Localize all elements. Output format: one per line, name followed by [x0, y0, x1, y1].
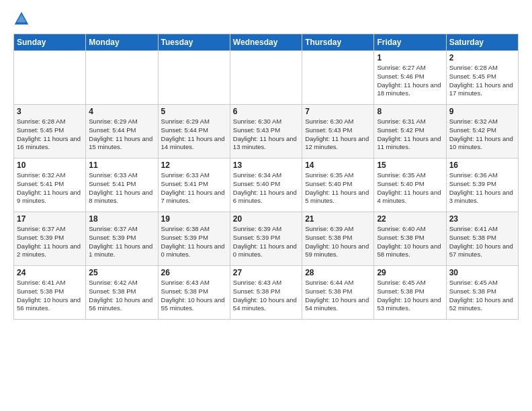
day-number: 23: [449, 214, 515, 224]
day-info: Sunrise: 6:31 AM Sunset: 5:42 PM Dayligh…: [377, 118, 443, 152]
day-info: Sunrise: 6:37 AM Sunset: 5:39 PM Dayligh…: [89, 225, 154, 259]
calendar-cell: 18Sunrise: 6:37 AM Sunset: 5:39 PM Dayli…: [86, 212, 158, 266]
day-number: 22: [377, 214, 443, 224]
day-number: 3: [17, 107, 83, 116]
day-info: Sunrise: 6:30 AM Sunset: 5:43 PM Dayligh…: [305, 118, 371, 152]
day-info: Sunrise: 6:38 AM Sunset: 5:39 PM Dayligh…: [161, 225, 227, 259]
calendar-cell: 6Sunrise: 6:30 AM Sunset: 5:43 PM Daylig…: [230, 105, 302, 158]
calendar-cell: 3Sunrise: 6:28 AM Sunset: 5:45 PM Daylig…: [14, 105, 86, 158]
calendar-cell: 14Sunrise: 6:35 AM Sunset: 5:40 PM Dayli…: [302, 158, 374, 212]
day-info: Sunrise: 6:39 AM Sunset: 5:38 PM Dayligh…: [305, 225, 371, 259]
calendar-cell: 21Sunrise: 6:39 AM Sunset: 5:38 PM Dayli…: [302, 212, 374, 266]
calendar-cell: 19Sunrise: 6:38 AM Sunset: 5:39 PM Dayli…: [158, 212, 230, 266]
weekday-header-thursday: Thursday: [302, 34, 374, 51]
calendar-cell: 30Sunrise: 6:45 AM Sunset: 5:38 PM Dayli…: [446, 266, 518, 320]
weekday-header-monday: Monday: [86, 34, 158, 51]
logo: [13, 11, 32, 27]
day-number: 15: [377, 161, 443, 170]
calendar-cell: 26Sunrise: 6:43 AM Sunset: 5:38 PM Dayli…: [158, 266, 230, 320]
day-number: 14: [305, 161, 371, 170]
calendar-cell: 7Sunrise: 6:30 AM Sunset: 5:43 PM Daylig…: [302, 105, 374, 158]
calendar-cell: 5Sunrise: 6:29 AM Sunset: 5:44 PM Daylig…: [158, 105, 230, 158]
day-number: 2: [449, 53, 515, 62]
calendar-cell: 10Sunrise: 6:32 AM Sunset: 5:41 PM Dayli…: [14, 158, 86, 212]
calendar-cell: 11Sunrise: 6:33 AM Sunset: 5:41 PM Dayli…: [86, 158, 158, 212]
day-info: Sunrise: 6:34 AM Sunset: 5:40 PM Dayligh…: [233, 171, 299, 205]
day-number: 8: [377, 107, 443, 116]
day-number: 13: [233, 161, 299, 170]
logo-icon: [13, 11, 30, 27]
calendar-cell: 15Sunrise: 6:35 AM Sunset: 5:40 PM Dayli…: [374, 158, 446, 212]
day-info: Sunrise: 6:33 AM Sunset: 5:41 PM Dayligh…: [89, 171, 154, 205]
day-number: 9: [449, 107, 515, 116]
day-info: Sunrise: 6:43 AM Sunset: 5:38 PM Dayligh…: [233, 279, 299, 313]
day-number: 7: [305, 107, 371, 116]
calendar-cell: 27Sunrise: 6:43 AM Sunset: 5:38 PM Dayli…: [230, 266, 302, 320]
day-info: Sunrise: 6:29 AM Sunset: 5:44 PM Dayligh…: [89, 118, 154, 152]
day-number: 18: [89, 214, 154, 224]
weekday-header-wednesday: Wednesday: [230, 34, 302, 51]
weekday-header-sunday: Sunday: [14, 34, 86, 51]
day-info: Sunrise: 6:43 AM Sunset: 5:38 PM Dayligh…: [161, 279, 227, 313]
day-number: 11: [89, 161, 154, 170]
day-info: Sunrise: 6:28 AM Sunset: 5:45 PM Dayligh…: [449, 64, 515, 98]
calendar-body: 1Sunrise: 6:27 AM Sunset: 5:46 PM Daylig…: [14, 51, 519, 320]
day-number: 29: [377, 268, 443, 277]
day-info: Sunrise: 6:29 AM Sunset: 5:44 PM Dayligh…: [161, 118, 227, 152]
calendar-cell: 16Sunrise: 6:36 AM Sunset: 5:39 PM Dayli…: [446, 158, 518, 212]
day-number: 10: [17, 161, 83, 170]
calendar-cell: 4Sunrise: 6:29 AM Sunset: 5:44 PM Daylig…: [86, 105, 158, 158]
calendar-cell: 1Sunrise: 6:27 AM Sunset: 5:46 PM Daylig…: [374, 51, 446, 105]
day-info: Sunrise: 6:39 AM Sunset: 5:39 PM Dayligh…: [233, 225, 299, 259]
day-number: 16: [449, 161, 515, 170]
day-info: Sunrise: 6:41 AM Sunset: 5:38 PM Dayligh…: [17, 279, 83, 313]
calendar-cell: 9Sunrise: 6:32 AM Sunset: 5:42 PM Daylig…: [446, 105, 518, 158]
day-info: Sunrise: 6:42 AM Sunset: 5:38 PM Dayligh…: [89, 279, 154, 313]
weekday-header-friday: Friday: [374, 34, 446, 51]
day-info: Sunrise: 6:44 AM Sunset: 5:38 PM Dayligh…: [305, 279, 371, 313]
day-number: 30: [449, 268, 515, 277]
day-number: 26: [161, 268, 227, 277]
calendar-cell: 24Sunrise: 6:41 AM Sunset: 5:38 PM Dayli…: [14, 266, 86, 320]
calendar-cell: 13Sunrise: 6:34 AM Sunset: 5:40 PM Dayli…: [230, 158, 302, 212]
calendar-cell: 17Sunrise: 6:37 AM Sunset: 5:39 PM Dayli…: [14, 212, 86, 266]
day-number: 24: [17, 268, 83, 277]
calendar-cell: [230, 51, 302, 105]
day-info: Sunrise: 6:28 AM Sunset: 5:45 PM Dayligh…: [17, 118, 83, 152]
calendar-cell: 29Sunrise: 6:45 AM Sunset: 5:38 PM Dayli…: [374, 266, 446, 320]
week-row-4: 17Sunrise: 6:37 AM Sunset: 5:39 PM Dayli…: [14, 212, 519, 266]
calendar-table: SundayMondayTuesdayWednesdayThursdayFrid…: [13, 34, 519, 320]
day-info: Sunrise: 6:37 AM Sunset: 5:39 PM Dayligh…: [17, 225, 83, 259]
calendar-cell: 25Sunrise: 6:42 AM Sunset: 5:38 PM Dayli…: [86, 266, 158, 320]
calendar-cell: [302, 51, 374, 105]
weekday-header-saturday: Saturday: [446, 34, 518, 51]
day-number: 25: [89, 268, 154, 277]
calendar-header: SundayMondayTuesdayWednesdayThursdayFrid…: [14, 34, 519, 51]
calendar-cell: 12Sunrise: 6:33 AM Sunset: 5:41 PM Dayli…: [158, 158, 230, 212]
day-info: Sunrise: 6:41 AM Sunset: 5:38 PM Dayligh…: [449, 225, 515, 259]
weekday-header-tuesday: Tuesday: [158, 34, 230, 51]
day-number: 12: [161, 161, 227, 170]
day-info: Sunrise: 6:36 AM Sunset: 5:39 PM Dayligh…: [449, 171, 515, 205]
day-info: Sunrise: 6:30 AM Sunset: 5:43 PM Dayligh…: [233, 118, 299, 152]
calendar-cell: [158, 51, 230, 105]
day-info: Sunrise: 6:27 AM Sunset: 5:46 PM Dayligh…: [377, 64, 443, 98]
day-info: Sunrise: 6:32 AM Sunset: 5:42 PM Dayligh…: [449, 118, 515, 152]
calendar-cell: 22Sunrise: 6:40 AM Sunset: 5:38 PM Dayli…: [374, 212, 446, 266]
day-number: 19: [161, 214, 227, 224]
weekday-header-row: SundayMondayTuesdayWednesdayThursdayFrid…: [14, 34, 519, 51]
day-info: Sunrise: 6:35 AM Sunset: 5:40 PM Dayligh…: [377, 171, 443, 205]
calendar-cell: 23Sunrise: 6:41 AM Sunset: 5:38 PM Dayli…: [446, 212, 518, 266]
day-info: Sunrise: 6:45 AM Sunset: 5:38 PM Dayligh…: [449, 279, 515, 313]
week-row-2: 3Sunrise: 6:28 AM Sunset: 5:45 PM Daylig…: [14, 105, 519, 158]
week-row-1: 1Sunrise: 6:27 AM Sunset: 5:46 PM Daylig…: [14, 51, 519, 105]
day-info: Sunrise: 6:40 AM Sunset: 5:38 PM Dayligh…: [377, 225, 443, 259]
day-info: Sunrise: 6:35 AM Sunset: 5:40 PM Dayligh…: [305, 171, 371, 205]
calendar-cell: 8Sunrise: 6:31 AM Sunset: 5:42 PM Daylig…: [374, 105, 446, 158]
calendar-cell: 2Sunrise: 6:28 AM Sunset: 5:45 PM Daylig…: [446, 51, 518, 105]
day-info: Sunrise: 6:32 AM Sunset: 5:41 PM Dayligh…: [17, 171, 83, 205]
day-number: 4: [89, 107, 154, 116]
calendar-cell: [14, 51, 86, 105]
header: [13, 11, 519, 27]
calendar-cell: [86, 51, 158, 105]
